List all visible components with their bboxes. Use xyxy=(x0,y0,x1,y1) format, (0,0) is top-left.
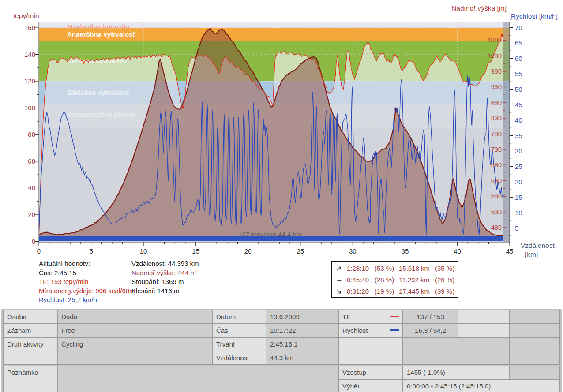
svg-text:680: 680 xyxy=(491,161,502,168)
svg-text:Anaeróbna vytrvalosť: Anaeróbna vytrvalosť xyxy=(67,30,136,38)
svg-text:Vzdálenost: Vzdálenost xyxy=(521,242,555,249)
svg-text:0: 0 xyxy=(37,247,41,255)
svg-text:[km]: [km] xyxy=(525,250,538,258)
svg-text:930: 930 xyxy=(491,83,502,90)
svg-text:Maximálna intenzita: Maximálna intenzita xyxy=(67,23,130,30)
svg-text:830: 830 xyxy=(491,115,502,122)
svg-text:10: 10 xyxy=(140,247,147,255)
svg-text:Nadmoř.výška [m]: Nadmoř.výška [m] xyxy=(451,4,507,12)
svg-text:5: 5 xyxy=(515,224,518,232)
svg-text:35: 35 xyxy=(515,132,522,139)
svg-text:70: 70 xyxy=(515,24,522,31)
svg-text:160: 160 xyxy=(24,24,35,31)
svg-text:10: 10 xyxy=(515,209,522,217)
svg-text:530: 530 xyxy=(491,209,502,216)
svg-text:880: 880 xyxy=(491,99,502,106)
svg-text:60: 60 xyxy=(515,55,522,62)
svg-text:25: 25 xyxy=(297,247,304,255)
svg-text:55: 55 xyxy=(515,70,522,78)
svg-text:20: 20 xyxy=(244,247,252,255)
svg-text:100: 100 xyxy=(24,104,35,112)
svg-text:40: 40 xyxy=(454,247,461,255)
svg-text:480: 480 xyxy=(491,224,502,231)
svg-text:980: 980 xyxy=(491,68,502,75)
svg-text:580: 580 xyxy=(491,193,502,200)
svg-text:40: 40 xyxy=(28,184,35,191)
svg-text:140: 140 xyxy=(24,51,35,58)
svg-text:45: 45 xyxy=(515,101,522,108)
svg-text:0: 0 xyxy=(32,238,35,245)
svg-text:5: 5 xyxy=(89,247,93,255)
svg-text:1030: 1030 xyxy=(488,52,502,60)
svg-text:630: 630 xyxy=(491,177,502,184)
svg-text:730: 730 xyxy=(491,146,502,153)
svg-text:20: 20 xyxy=(28,211,35,218)
svg-text:40: 40 xyxy=(515,116,522,124)
svg-text:tepy/min: tepy/min xyxy=(13,12,39,19)
svg-text:30: 30 xyxy=(349,247,357,255)
svg-text:Kompenzačné pásmo: Kompenzačné pásmo xyxy=(67,111,135,118)
svg-text:15: 15 xyxy=(515,194,522,201)
svg-text:15: 15 xyxy=(192,247,199,255)
svg-text:30: 30 xyxy=(515,147,522,155)
svg-text:60: 60 xyxy=(28,157,35,165)
svg-text:120: 120 xyxy=(24,77,35,85)
svg-text:Rychlost [km/h]: Rychlost [km/h] xyxy=(511,12,558,20)
svg-text:45: 45 xyxy=(506,247,514,255)
svg-text:80: 80 xyxy=(28,131,35,138)
svg-text:1080: 1080 xyxy=(488,37,502,44)
svg-text:20: 20 xyxy=(515,178,522,186)
svg-text:35: 35 xyxy=(402,247,409,255)
svg-text:780: 780 xyxy=(491,131,502,138)
svg-text:65: 65 xyxy=(515,39,522,47)
svg-text:50: 50 xyxy=(515,86,522,93)
svg-text:25: 25 xyxy=(515,163,522,170)
svg-text:Základná vytrvalosť: Základná vytrvalosť xyxy=(67,89,130,96)
